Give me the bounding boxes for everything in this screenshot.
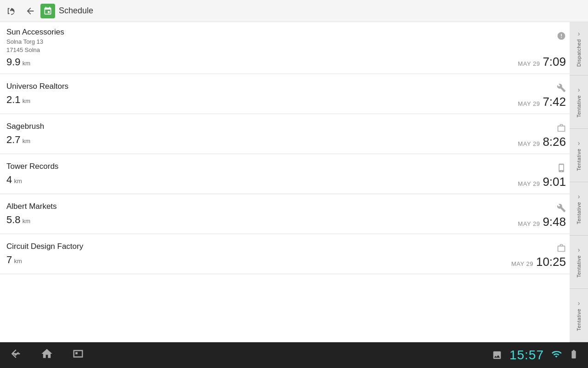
back-icon[interactable] [22, 3, 39, 19]
image-status-icon [492, 350, 502, 360]
chevron-right-icon: › [578, 246, 580, 253]
schedule-item[interactable]: Universo Realtors 2.1 km MAY 29 7:42 [0, 74, 570, 114]
item-status-icon [557, 31, 566, 43]
schedule-item[interactable]: Tower Records 4 km MAY 29 9:01 [0, 154, 570, 194]
app-icon [40, 4, 55, 18]
item-status-icon [557, 123, 566, 135]
chevron-right-icon: › [578, 193, 580, 200]
item-datetime: MAY 29 9:48 [518, 215, 566, 229]
chevron-right-icon: › [578, 86, 580, 93]
item-time: 7:09 [543, 55, 566, 69]
item-status-icon [557, 83, 566, 95]
item-left: Sagebrush 2.7 km [0, 114, 496, 154]
status-tab[interactable]: › Tentative [570, 236, 588, 289]
item-distance: 5.8 km [6, 214, 491, 226]
bottom-nav-left [9, 347, 85, 363]
item-right: MAY 29 9:01 [496, 154, 570, 194]
chevron-right-icon: › [578, 139, 580, 147]
item-left: Sun Accessories Solna Torg 1317145 Solna… [0, 22, 496, 74]
wifi-icon [551, 349, 561, 361]
item-left: Universo Realtors 2.1 km [0, 74, 496, 114]
item-status-icon [557, 243, 566, 255]
item-time: 10:25 [536, 255, 566, 269]
status-tab-content: › Tentative [576, 299, 582, 331]
item-right: MAY 29 8:26 [496, 114, 570, 154]
item-name: Sun Accessories [6, 28, 491, 37]
schedule-item[interactable]: Sun Accessories Solna Torg 1317145 Solna… [0, 22, 570, 74]
chevron-right-icon: › [578, 299, 580, 307]
item-date: MAY 29 [518, 140, 540, 147]
schedule-item[interactable]: Circuit Design Factory 7 km MAY 29 10:25 [0, 234, 570, 274]
item-datetime: MAY 29 9:01 [518, 175, 566, 189]
item-address: Solna Torg 1317145 Solna [6, 38, 491, 54]
item-name: Universo Realtors [6, 82, 491, 91]
item-right: MAY 29 9:48 [496, 194, 570, 234]
status-label: Tentative [576, 149, 582, 171]
item-datetime: MAY 29 8:26 [518, 135, 566, 149]
status-tab-content: › Dispatched [576, 30, 582, 67]
bottom-nav-right: 15:57 [492, 348, 579, 362]
status-label: Tentative [576, 255, 582, 278]
status-label: Tentative [576, 95, 582, 118]
status-tab[interactable]: › Tentative [570, 289, 588, 342]
login-icon[interactable] [4, 3, 20, 19]
system-clock: 15:57 [509, 348, 544, 362]
item-name: Circuit Design Factory [6, 242, 491, 251]
schedule-item[interactable]: Sagebrush 2.7 km MAY 29 8:26 [0, 114, 570, 154]
status-tab-content: › Tentative [576, 246, 582, 278]
status-label: Tentative [576, 309, 582, 331]
status-tab-content: › Tentative [576, 86, 582, 118]
item-left: Tower Records 4 km [0, 154, 496, 194]
right-sidebar: › Dispatched › Tentative › Tentative › T… [570, 22, 588, 342]
app-title: Schedule [59, 6, 93, 16]
item-date: MAY 29 [518, 220, 540, 227]
main-content: Sun Accessories Solna Torg 1317145 Solna… [0, 22, 588, 342]
status-tab[interactable]: › Tentative [570, 129, 588, 182]
item-right: MAY 29 10:25 [496, 234, 570, 274]
item-distance: 4 km [6, 174, 491, 186]
recents-nav-icon[interactable] [72, 347, 85, 363]
item-datetime: MAY 29 10:25 [511, 255, 566, 269]
item-distance: 9.9 km [6, 56, 491, 68]
item-date: MAY 29 [518, 180, 540, 187]
top-bar: Schedule [0, 0, 588, 22]
item-distance: 7 km [6, 254, 491, 266]
item-name: Tower Records [6, 162, 491, 171]
battery-icon [569, 349, 579, 361]
status-tab-content: › Tentative [576, 193, 582, 224]
schedule-item[interactable]: Albert Markets 5.8 km MAY 29 9:48 [0, 194, 570, 234]
item-left: Albert Markets 5.8 km [0, 194, 496, 234]
status-tab-content: › Tentative [576, 139, 582, 171]
bottom-bar: 15:57 [0, 342, 588, 368]
item-time: 8:26 [543, 135, 566, 149]
item-date: MAY 29 [511, 260, 533, 267]
status-tab[interactable]: › Tentative [570, 182, 588, 236]
schedule-list: Sun Accessories Solna Torg 1317145 Solna… [0, 22, 570, 342]
chevron-right-icon: › [578, 30, 580, 37]
status-label: Dispatched [576, 39, 582, 67]
item-right: MAY 29 7:09 [496, 22, 570, 74]
svg-rect-0 [75, 352, 78, 354]
item-datetime: MAY 29 7:09 [518, 55, 566, 69]
status-tab[interactable]: › Dispatched [570, 22, 588, 75]
home-nav-icon[interactable] [40, 347, 53, 363]
status-label: Tentative [576, 202, 582, 224]
back-nav-icon[interactable] [9, 347, 22, 363]
item-status-icon [557, 163, 566, 175]
status-tab[interactable]: › Tentative [570, 75, 588, 129]
item-left: Circuit Design Factory 7 km [0, 234, 496, 274]
item-status-icon [557, 203, 566, 215]
item-distance: 2.1 km [6, 94, 491, 106]
item-datetime: MAY 29 7:42 [518, 95, 566, 109]
item-date: MAY 29 [518, 100, 540, 107]
item-date: MAY 29 [518, 60, 540, 67]
item-distance: 2.7 km [6, 134, 491, 146]
item-name: Albert Markets [6, 202, 491, 211]
item-time: 9:48 [543, 215, 566, 229]
item-name: Sagebrush [6, 122, 491, 131]
item-right: MAY 29 7:42 [496, 74, 570, 114]
item-time: 7:42 [543, 95, 566, 109]
item-time: 9:01 [543, 175, 566, 189]
